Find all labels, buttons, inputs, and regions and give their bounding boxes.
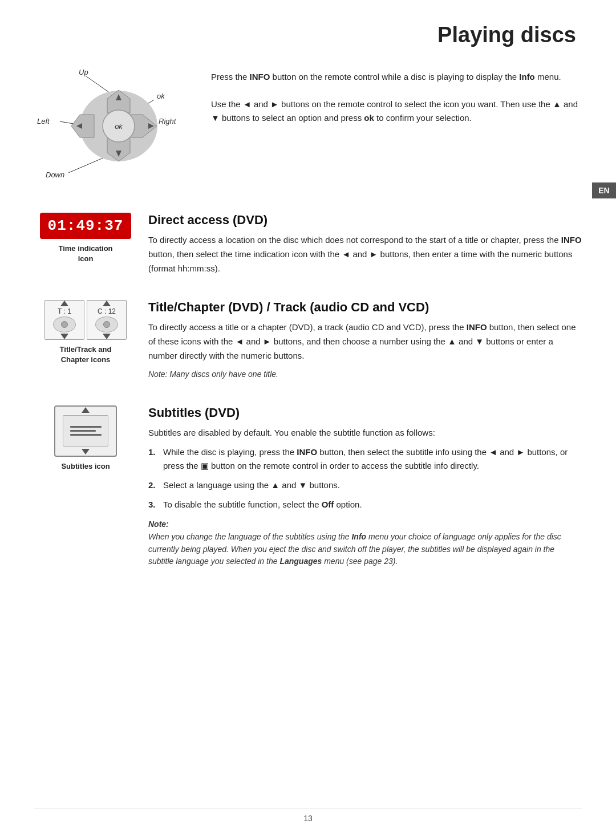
direct-access-section: 01:49:37 Time indication icon Direct acc… (34, 213, 582, 280)
title-chapter-content: Title/Chapter (DVD) / Track (audio CD an… (148, 300, 582, 385)
top-desc-p1: Press the INFO button on the remote cont… (211, 70, 582, 84)
subtitles-section: Subtitles icon Subtitles (DVD) Subtitles… (34, 405, 582, 569)
title-chapter-icon-area: T : 1 C : 12 Title/Track and Chapter ico… (34, 300, 137, 365)
time-indication-label: Time indication icon (58, 244, 112, 264)
up-arrow-chapter (103, 301, 111, 306)
svg-text:ok: ok (115, 122, 123, 131)
title-chapter-section: T : 1 C : 12 Title/Track and Chapter ico… (34, 300, 582, 385)
step-3-text: To disable the subtitle function, select… (163, 498, 362, 512)
page-container: Playing discs EN (0, 0, 616, 840)
subtitles-note: Note: When you change the language of th… (148, 518, 582, 568)
svg-text:Up: Up (79, 68, 88, 76)
step-3-num: 3. (148, 498, 159, 512)
step-2-num: 2. (148, 478, 159, 492)
page-footer: 13 (34, 809, 582, 823)
subtitles-content: Subtitles (DVD) Subtitles are disabled b… (148, 405, 582, 569)
time-indication-icon: 01:49:37 (40, 213, 132, 239)
title-disc (53, 316, 76, 332)
title-track-chapter-label: Title/Track and Chapter icons (60, 344, 112, 365)
subtitle-down-arrow (82, 449, 90, 455)
top-description: Press the INFO button on the remote cont… (211, 64, 582, 125)
direct-access-body: To directly access a location on the dis… (148, 233, 582, 275)
step-1-num: 1. (148, 445, 159, 473)
lang-badge: EN (592, 182, 616, 198)
title-label: T : 1 (58, 307, 71, 315)
page-number: 13 (303, 814, 313, 823)
title-chapter-body: To directly access a title or a chapter … (148, 320, 582, 380)
subtitle-line-2 (70, 430, 96, 432)
subtitle-up-arrow (82, 407, 90, 413)
up-arrow-title (60, 301, 68, 306)
down-arrow-chapter (103, 334, 111, 339)
title-chapter-icons: T : 1 C : 12 (44, 300, 127, 340)
subtitle-line-1 (70, 426, 102, 428)
down-arrow-title (60, 334, 68, 339)
nav-image-area: ok Up Left Down Right ok (34, 64, 194, 190)
top-desc-p2: Use the ◄ and ► buttons on the remote co… (211, 98, 582, 125)
step-1: 1. While the disc is playing, press the … (148, 445, 582, 473)
subtitles-steps: 1. While the disc is playing, press the … (148, 445, 582, 512)
step-3: 3. To disable the subtitle function, sel… (148, 498, 582, 512)
title-chapter-title: Title/Chapter (DVD) / Track (audio CD an… (148, 300, 582, 315)
direct-access-content: Direct access (DVD) To directly access a… (148, 213, 582, 280)
subtitles-title: Subtitles (DVD) (148, 405, 582, 420)
subtitle-screen (63, 415, 108, 447)
direct-access-title: Direct access (DVD) (148, 213, 582, 228)
subtitle-line-3 (70, 434, 102, 436)
top-section: ok Up Left Down Right ok (34, 64, 582, 190)
step-2-text: Select a language using the ▲ and ▼ butt… (163, 478, 340, 492)
direct-access-icon-area: 01:49:37 Time indication icon (34, 213, 137, 264)
svg-line-2 (68, 156, 108, 173)
subtitles-note-label: Note: (148, 520, 169, 529)
step-2: 2. Select a language using the ▲ and ▼ b… (148, 478, 582, 492)
subtitle-lines (70, 426, 102, 436)
svg-text:Right: Right (159, 117, 177, 125)
chapter-disc (95, 316, 118, 332)
chapter-icon-box: C : 12 (87, 300, 127, 340)
svg-text:Down: Down (46, 171, 64, 179)
step-1-text: While the disc is playing, press the INF… (163, 445, 582, 473)
chapter-label: C : 12 (98, 307, 116, 315)
title-chapter-note: Note: Many discs only have one title. (148, 368, 582, 381)
subtitles-note-body: When you change the language of the subt… (148, 532, 561, 566)
subtitles-icon-label: Subtitles icon (61, 461, 110, 472)
page-title: Playing discs (34, 23, 582, 47)
subtitles-icon-box (54, 405, 117, 457)
svg-text:Left: Left (37, 117, 50, 125)
title-icon-box: T : 1 (44, 300, 84, 340)
dpad-svg: ok Up Left Down Right ok (34, 64, 183, 190)
subtitles-intro: Subtitles are disabled by default. You e… (148, 426, 582, 440)
subtitles-body: Subtitles are disabled by default. You e… (148, 426, 582, 569)
subtitles-icon-area: Subtitles icon (34, 405, 137, 472)
svg-text:ok: ok (157, 92, 165, 100)
dpad-labels: ok Up Left Down Right ok (34, 64, 183, 190)
